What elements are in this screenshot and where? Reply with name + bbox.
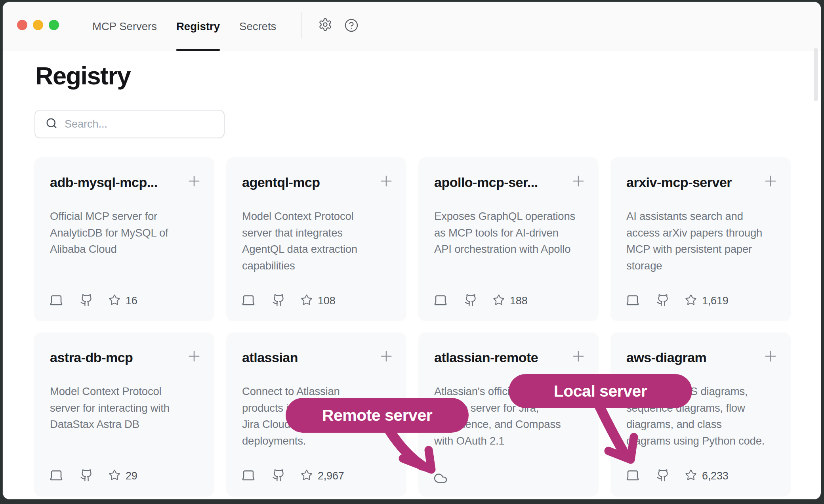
server-description: AI assistants search andaccess arXiv pap…: [626, 208, 762, 274]
cloud-icon: [433, 465, 448, 487]
add-server-button[interactable]: [185, 172, 203, 191]
server-description: Model Context Protocolserver that integr…: [242, 208, 357, 274]
server-card-apollo-mcp-server[interactable]: apollo-mcp-ser... Exposes GraphQL operat…: [418, 157, 599, 321]
toolbar-divider: [301, 12, 301, 38]
help-button[interactable]: [343, 17, 360, 34]
tab-mcp-servers[interactable]: MCP Servers: [92, 2, 157, 51]
star-count: 108: [318, 295, 335, 307]
laptop-icon: [433, 293, 448, 309]
plus-icon: [762, 348, 779, 366]
star-count: 188: [510, 295, 527, 307]
server-name: apollo-mcp-ser...: [434, 175, 538, 190]
server-meta: 29: [49, 468, 137, 484]
server-name: agentql-mcp: [242, 175, 320, 190]
server-card-adb-mysql-mcp[interactable]: adb-mysql-mcp... Official MCP server for…: [34, 157, 214, 321]
github-icon: [448, 294, 477, 308]
laptop-icon: [49, 293, 63, 309]
server-meta: 188: [433, 293, 527, 309]
star-icon: [285, 294, 313, 307]
zoom-button[interactable]: [49, 20, 59, 30]
star-count: 29: [126, 470, 137, 482]
star-icon: [93, 469, 120, 483]
server-meta: 16: [49, 293, 137, 309]
server-card-arxiv-mcp-server[interactable]: arxiv-mcp-server AI assistants search an…: [610, 157, 791, 321]
laptop-icon: [49, 468, 63, 484]
github-icon: [63, 469, 93, 483]
star-count: 2,967: [318, 470, 344, 482]
nav-tabs: MCP Servers Registry Secrets: [92, 2, 276, 51]
server-description: Exposes GraphQL operationsas MCP tools f…: [434, 208, 575, 258]
server-meta: 6,233: [626, 468, 729, 484]
search-input[interactable]: [65, 118, 215, 130]
github-icon: [640, 469, 670, 483]
star-icon: [93, 294, 120, 307]
plus-icon: [186, 348, 202, 366]
star-icon: [670, 294, 697, 307]
tab-secrets[interactable]: Secrets: [239, 2, 276, 51]
plus-icon: [570, 173, 587, 191]
search-box: [34, 110, 225, 138]
add-server-button[interactable]: [185, 347, 203, 366]
settings-button[interactable]: [317, 16, 334, 34]
remote-server-callout: Remote server: [286, 398, 469, 433]
laptop-icon: [241, 293, 256, 309]
laptop-icon: [241, 468, 256, 484]
github-icon: [640, 294, 670, 308]
github-icon: [63, 294, 93, 308]
star-icon: [285, 469, 313, 483]
server-card-aws-diagram[interactable]: aws-diagram Generate AWS diagrams,sequen…: [610, 332, 791, 496]
add-server-button[interactable]: [761, 347, 780, 366]
server-description: Model Context Protocolserver for interac…: [50, 383, 170, 433]
plus-icon: [186, 173, 202, 191]
github-icon: [256, 294, 285, 308]
star-count: 1,619: [702, 295, 729, 307]
server-name: atlassian: [242, 350, 298, 365]
server-name: arxiv-mcp-server: [626, 175, 732, 190]
plus-icon: [378, 173, 395, 191]
server-description: Official MCP server forAnalyticDB for My…: [50, 208, 168, 258]
title-bar: MCP Servers Registry Secrets: [3, 2, 821, 51]
server-card-astra-db-mcp[interactable]: astra-db-mcp Model Context Protocolserve…: [34, 332, 214, 496]
add-server-button[interactable]: [761, 172, 780, 191]
add-server-button[interactable]: [569, 347, 587, 366]
server-name: atlassian-remote: [434, 350, 538, 365]
server-name: astra-db-mcp: [50, 350, 133, 365]
github-icon: [256, 469, 285, 483]
laptop-icon: [626, 293, 640, 309]
server-grid: adb-mysql-mcp... Official MCP server for…: [34, 157, 791, 496]
tab-registry[interactable]: Registry: [176, 2, 220, 51]
search-icon: [35, 117, 57, 131]
add-server-button[interactable]: [569, 172, 587, 191]
server-name: aws-diagram: [626, 350, 706, 365]
app-window: MCP Servers Registry Secrets Registry ad…: [2, 2, 821, 500]
star-icon: [477, 294, 505, 307]
plus-icon: [570, 348, 587, 366]
help-icon: [344, 18, 359, 34]
server-name: adb-mysql-mcp...: [50, 175, 158, 190]
star-count: 6,233: [702, 470, 729, 482]
server-meta: 2,967: [241, 468, 344, 484]
star-icon: [670, 469, 697, 483]
minimize-button[interactable]: [33, 20, 43, 30]
add-server-button[interactable]: [377, 172, 395, 191]
traffic-lights: [17, 20, 59, 30]
page-title: Registry: [35, 61, 130, 90]
server-meta: [433, 468, 448, 484]
close-button[interactable]: [17, 20, 27, 30]
plus-icon: [762, 173, 779, 191]
scrollbar-thumb[interactable]: [814, 48, 818, 101]
server-meta: 108: [241, 293, 335, 309]
laptop-icon: [626, 468, 640, 484]
gear-icon: [318, 17, 332, 33]
add-server-button[interactable]: [377, 347, 395, 366]
local-server-callout: Local server: [509, 374, 692, 408]
star-count: 16: [126, 295, 137, 307]
plus-icon: [378, 348, 395, 366]
server-card-agentql-mcp[interactable]: agentql-mcp Model Context Protocolserver…: [226, 157, 406, 321]
server-meta: 1,619: [626, 293, 729, 309]
